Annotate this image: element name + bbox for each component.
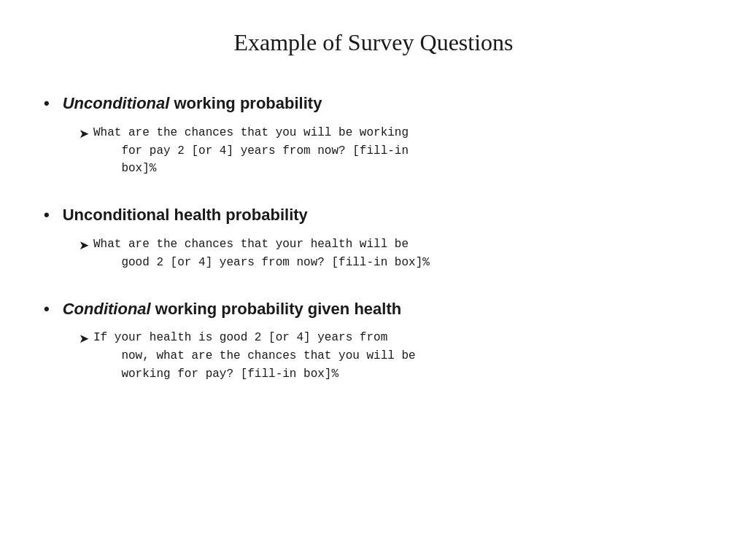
sub-text-3: If your health is good 2 [or 4] years fr…	[93, 329, 416, 383]
arrow-icon-3: ➤	[79, 330, 89, 349]
bullet-dot-3: •	[44, 298, 50, 321]
bullet-dot-1: •	[44, 93, 50, 115]
bullet-title-rest-2: Unconditional health probability	[63, 206, 308, 224]
bullet-header-1: • Unconditional working probability	[44, 93, 703, 115]
bullet-title-rest-1: working probability	[169, 94, 322, 112]
sub-item-1: ➤ What are the chances that you will be …	[79, 124, 703, 178]
bullet-title-italic-3: Conditional	[63, 300, 151, 318]
section-conditional-work: • Conditional working probability given …	[44, 298, 703, 384]
bullet-title-2: Unconditional health probability	[63, 204, 308, 227]
arrow-icon-2: ➤	[79, 236, 89, 255]
section-unconditional-health: • Unconditional health probability ➤ Wha…	[44, 204, 703, 271]
bullet-dot-2: •	[44, 204, 50, 227]
sub-item-3: ➤ If your health is good 2 [or 4] years …	[79, 329, 703, 383]
bullet-header-3: • Conditional working probability given …	[44, 298, 703, 321]
section-unconditional-work: • Unconditional working probability ➤ Wh…	[44, 93, 703, 178]
sub-text-1: What are the chances that you will be wo…	[93, 124, 409, 178]
content-area: • Unconditional working probability ➤ Wh…	[44, 93, 703, 410]
page-title: Example of Survey Questions	[233, 29, 513, 56]
bullet-title-rest-3: working probability given health	[151, 300, 401, 318]
bullet-title-3: Conditional working probability given he…	[63, 298, 401, 321]
sub-item-2: ➤ What are the chances that your health …	[79, 236, 703, 272]
arrow-icon-1: ➤	[79, 125, 89, 144]
bullet-header-2: • Unconditional health probability	[44, 204, 703, 227]
bullet-title-italic-1: Unconditional	[63, 94, 170, 112]
sub-text-2: What are the chances that your health wi…	[93, 236, 430, 272]
bullet-title-1: Unconditional working probability	[63, 93, 322, 115]
